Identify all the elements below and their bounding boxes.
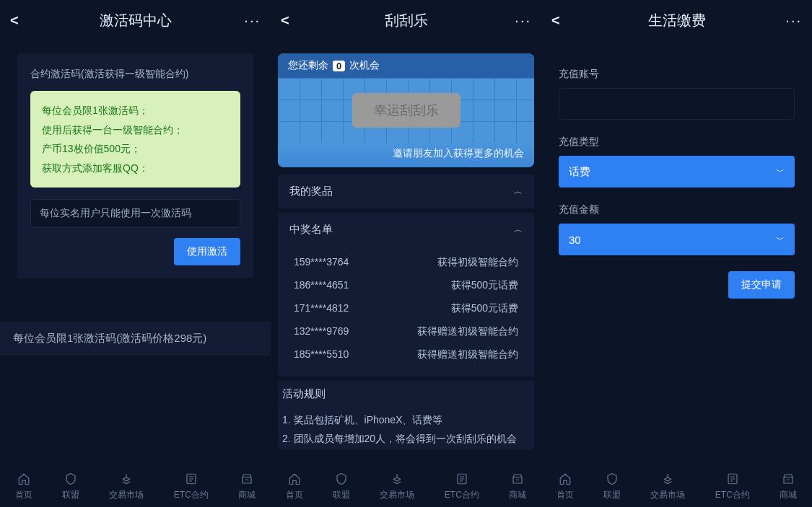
page-title: 激活码中心	[32, 11, 239, 30]
nav-label: 交易市场	[650, 489, 685, 501]
more-button[interactable]: ···	[510, 12, 531, 29]
topbar: < 激活码中心 ···	[0, 0, 271, 40]
winner-prize: 获得初级智能合约	[437, 256, 518, 269]
nav-label: 商城	[509, 489, 526, 501]
remain-suffix: 次机会	[349, 59, 380, 72]
nav-item-0[interactable]: 首页	[286, 472, 303, 501]
more-button[interactable]: ···	[239, 12, 261, 29]
payment-form: 充值账号 充值类型 话费 ﹀ 充值金额 30 ﹀ 提交申请	[541, 40, 812, 299]
scratch-area[interactable]: 幸运刮刮乐	[278, 78, 534, 143]
nav-label: 首页	[15, 489, 32, 501]
page-title: 刮刮乐	[302, 11, 510, 30]
info-box: 每位会员限1张激活码； 使用后获得一台一级智能合约； 产币13枚价值500元； …	[30, 91, 240, 188]
nav-item-1[interactable]: 联盟	[603, 472, 621, 501]
accordion: 我的奖品 ︿ 中奖名单 ︿ 159****3764获得初级智能合约186****…	[278, 175, 534, 450]
bottom-nav: 首页联盟交易市场ETC合约商城	[0, 467, 271, 507]
trade-icon	[120, 472, 133, 488]
nav-label: 商城	[780, 489, 797, 501]
chevron-down-icon: ﹀	[776, 234, 785, 246]
nav-item-4[interactable]: 商城	[509, 472, 526, 501]
price-note: 每位会员限1张激活码(激活码价格298元)	[0, 322, 271, 356]
amount-select[interactable]: 30 ﹀	[559, 224, 795, 255]
account-label: 充值账号	[559, 68, 795, 81]
nav-label: ETC合约	[445, 489, 479, 501]
chevron-up-icon: ︿	[514, 224, 523, 236]
shop-icon	[782, 472, 795, 488]
rules-section: 活动规则 1. 奖品包括矿机、iPhoneX、话费等 2. 团队成员每增加20人…	[278, 381, 534, 450]
section-title: 中奖名单	[289, 223, 333, 237]
trade-icon	[390, 472, 403, 488]
info-line: 使用后获得一台一级智能合约；	[42, 120, 229, 140]
more-button[interactable]: ···	[780, 12, 802, 29]
topbar: < 生活缴费 ···	[541, 0, 812, 40]
nav-label: 首页	[556, 489, 574, 501]
winner-row: 159****3764获得初级智能合约	[289, 251, 523, 274]
card-title: 合约激活码(激活获得一级智能合约)	[30, 68, 240, 81]
back-button[interactable]: <	[10, 12, 32, 29]
rule-line: 1. 奖品包括矿机、iPhoneX、话费等	[282, 411, 530, 430]
winner-prize: 获得500元话费	[451, 302, 518, 315]
nav-label: ETC合约	[715, 489, 750, 501]
activation-card: 合约激活码(激活获得一级智能合约) 每位会员限1张激活码； 使用后获得一台一级智…	[17, 53, 253, 278]
nav-item-4[interactable]: 商城	[780, 472, 797, 501]
nav-item-0[interactable]: 首页	[15, 472, 32, 501]
winners-list: 159****3764获得初级智能合约186****4651获得500元话费17…	[278, 247, 534, 376]
rules-body: 活动规则 1. 奖品包括矿机、iPhoneX、话费等 2. 团队成员每增加20人…	[278, 381, 534, 450]
panel-activation-center: < 激活码中心 ··· 合约激活码(激活获得一级智能合约) 每位会员限1张激活码…	[0, 0, 271, 507]
submit-button[interactable]: 提交申请	[728, 271, 795, 299]
scratch-card: 您还剩余 0 次机会 幸运刮刮乐 邀请朋友加入获得更多的机会	[278, 53, 534, 167]
winner-row: 132****9769获得赠送初级智能合约	[289, 320, 523, 343]
account-input[interactable]	[559, 88, 795, 120]
nav-item-0[interactable]: 首页	[556, 472, 574, 501]
shop-icon	[511, 472, 524, 488]
contract-icon	[185, 472, 198, 488]
amount-value: 30	[569, 234, 581, 246]
invite-text[interactable]: 邀请朋友加入获得更多的机会	[278, 143, 534, 166]
bottom-nav: 首页联盟交易市场ETC合约商城	[271, 467, 541, 507]
content: 充值账号 充值类型 话费 ﹀ 充值金额 30 ﹀ 提交申请	[541, 40, 812, 507]
amount-label: 充值金额	[559, 203, 795, 216]
nav-label: 联盟	[62, 489, 79, 501]
activation-code-input[interactable]: 每位实名用户只能使用一次激活码	[30, 199, 240, 228]
home-icon	[288, 472, 301, 488]
nav-item-1[interactable]: 联盟	[62, 472, 79, 501]
nav-item-4[interactable]: 商城	[238, 472, 256, 501]
winner-prize: 获得赠送初级智能合约	[417, 348, 518, 361]
info-line: 每位会员限1张激活码；	[42, 101, 229, 120]
back-button[interactable]: <	[551, 12, 573, 29]
nav-item-2[interactable]: 交易市场	[109, 472, 144, 501]
trade-icon	[661, 472, 674, 488]
winner-phone: 159****3764	[294, 256, 349, 269]
remain-prefix: 您还剩余	[288, 59, 328, 72]
panel-scratch: < 刮刮乐 ··· 您还剩余 0 次机会 幸运刮刮乐 邀请朋友加入获得更多的机会…	[271, 0, 541, 507]
nav-item-1[interactable]: 联盟	[333, 472, 350, 501]
winners-header[interactable]: 中奖名单 ︿	[278, 213, 534, 247]
nav-item-3[interactable]: ETC合约	[445, 472, 479, 501]
type-select[interactable]: 话费 ﹀	[559, 156, 795, 188]
contract-icon	[455, 472, 468, 488]
nav-item-3[interactable]: ETC合约	[715, 472, 750, 501]
activate-button[interactable]: 使用激活	[174, 238, 240, 265]
nav-item-3[interactable]: ETC合约	[174, 472, 209, 501]
nav-item-2[interactable]: 交易市场	[380, 472, 414, 501]
page-title: 生活缴费	[573, 11, 780, 30]
chevron-up-icon: ︿	[514, 185, 523, 198]
nav-label: 交易市场	[380, 489, 414, 501]
my-prizes-header[interactable]: 我的奖品 ︿	[278, 175, 534, 208]
content: 您还剩余 0 次机会 幸运刮刮乐 邀请朋友加入获得更多的机会 我的奖品 ︿ 中奖…	[271, 40, 541, 507]
nav-item-2[interactable]: 交易市场	[650, 472, 685, 501]
nav-label: 交易市场	[109, 489, 144, 501]
nav-label: 联盟	[333, 489, 350, 501]
content: 合约激活码(激活获得一级智能合约) 每位会员限1张激活码； 使用后获得一台一级智…	[0, 40, 271, 507]
bottom-nav: 首页联盟交易市场ETC合约商城	[541, 467, 812, 507]
shop-icon	[240, 472, 253, 488]
winner-prize: 获得赠送初级智能合约	[417, 325, 518, 338]
back-button[interactable]: <	[281, 12, 302, 29]
remaining-chances: 您还剩余 0 次机会	[278, 53, 534, 78]
winner-phone: 185****5510	[294, 348, 349, 361]
shield-icon	[335, 472, 348, 488]
winner-row: 185****5510获得赠送初级智能合约	[289, 343, 523, 366]
shield-icon	[606, 472, 619, 488]
my-prizes-section: 我的奖品 ︿	[278, 175, 534, 208]
shield-icon	[64, 472, 77, 488]
